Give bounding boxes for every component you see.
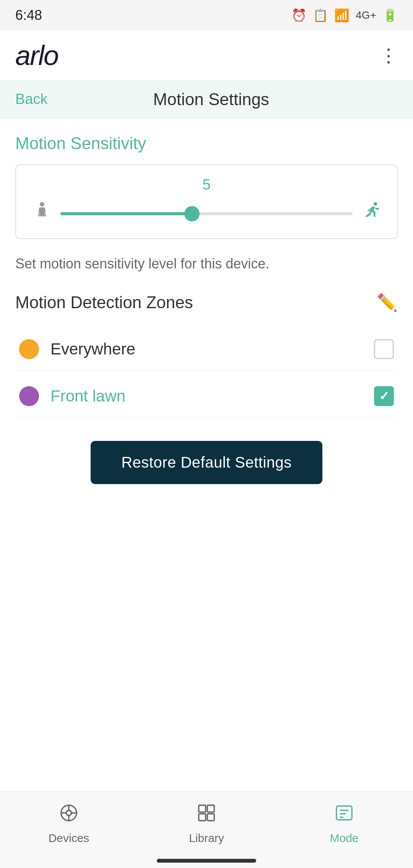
zone-item-front-lawn: Front lawn [15,375,398,418]
zone-checkbox-everywhere[interactable] [374,339,394,359]
bottom-nav: Devices Library Mode [0,792,413,868]
zone-checkbox-front-lawn[interactable] [374,386,394,406]
sensitivity-description: Set motion sensitivity level for this de… [15,254,398,273]
slider-container: 5 [15,164,398,239]
svg-point-0 [40,202,44,207]
back-button[interactable]: Back [15,91,47,107]
nav-label-library: Library [189,832,224,845]
svg-rect-10 [199,805,206,812]
nav-header: Back Motion Settings [0,80,413,119]
edit-zones-button[interactable]: ✏️ [377,293,398,312]
high-sensitivity-icon [360,201,382,227]
slider-track-fill [60,212,192,215]
app-bar: arlo ⋮ [0,31,413,80]
zone-label-front-lawn: Front lawn [50,387,374,405]
zone-label-everywhere: Everywhere [50,340,374,358]
status-bar: 6:48 ⏰ 📋 📶 4G+ 🔋 [0,0,413,31]
screenshot-icon: 📋 [313,8,328,23]
slider-value: 5 [31,177,382,193]
wifi-icon: 📶 [334,8,350,23]
svg-point-5 [66,810,72,816]
zones-header: Motion Detection Zones ✏️ [15,293,398,312]
battery-icon: 🔋 [382,8,398,23]
low-sensitivity-icon [31,201,53,227]
status-time: 6:48 [15,7,42,23]
motion-detection-zones-section: Motion Detection Zones ✏️ Everywhere Fro… [15,293,398,418]
motion-sensitivity-title: Motion Sensitivity [15,134,398,153]
nav-item-library[interactable]: Library [138,803,275,845]
nav-label-mode: Mode [330,832,358,845]
main-content: Motion Sensitivity 5 [0,119,413,522]
arlo-logo: arlo [15,40,58,71]
zones-title: Motion Detection Zones [15,293,193,312]
restore-btn-wrapper: Restore Default Settings [15,441,398,484]
nav-item-mode[interactable]: Mode [275,803,413,845]
svg-rect-12 [199,814,206,821]
zone-dot-everywhere [19,339,39,359]
devices-icon [59,803,79,828]
zone-item-everywhere: Everywhere [15,328,398,371]
page-title: Motion Settings [47,90,375,109]
nav-label-devices: Devices [49,832,89,845]
nav-item-devices[interactable]: Devices [0,803,138,845]
library-icon [196,803,217,828]
svg-point-3 [374,202,377,206]
restore-default-settings-button[interactable]: Restore Default Settings [91,441,322,484]
status-icons: ⏰ 📋 📶 4G+ 🔋 [291,8,398,23]
motion-sensitivity-section: Motion Sensitivity 5 [15,134,398,273]
slider-thumb[interactable] [184,206,200,221]
signal-icon: 4G+ [356,9,376,21]
sensitivity-slider[interactable] [60,211,353,216]
mode-icon [334,803,354,828]
more-options-button[interactable]: ⋮ [379,45,398,66]
svg-rect-14 [337,806,352,820]
zone-dot-front-lawn [19,386,39,406]
alarm-icon: ⏰ [291,8,307,23]
slider-row [31,201,382,227]
home-bar [157,859,256,863]
svg-rect-13 [207,814,214,821]
svg-rect-11 [207,805,214,812]
